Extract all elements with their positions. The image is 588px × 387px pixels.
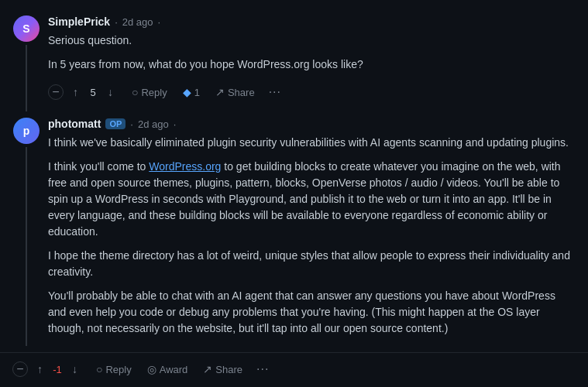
- reply-label-2: Reply: [105, 364, 131, 375]
- award-icon-2: ◎: [147, 363, 156, 375]
- upvote-icon-2: ↑: [37, 363, 43, 375]
- avatar-simpleprick: S: [13, 15, 40, 42]
- dot-sep-2: ·: [130, 118, 133, 130]
- comment-2: p photomatt OP · 2d ago · I think we've …: [0, 111, 588, 352]
- more-button-2[interactable]: ···: [252, 359, 273, 379]
- vote-section-1: ↑ 5 ↓: [67, 83, 119, 101]
- share-icon-1: ↗: [215, 86, 225, 98]
- comment-icon-2: ○: [96, 363, 102, 375]
- upvote-button-1[interactable]: ↑: [67, 83, 84, 101]
- reply-button-2[interactable]: ○ Reply: [90, 360, 138, 378]
- share-button-2[interactable]: ↗ Share: [197, 360, 249, 378]
- comment-2-para-3: You'll probably be able to chat with an …: [48, 288, 576, 337]
- comment-1-action-bar: − ↑ 5 ↓ ○ Reply ◆ 1: [48, 79, 576, 105]
- thread-line-2: [26, 147, 27, 346]
- comment-icon-1: ○: [132, 86, 138, 98]
- username-simpleprick: SimplePrick: [48, 15, 110, 28]
- diamond-button-1[interactable]: ◆ 1: [177, 83, 206, 101]
- share-icon-2: ↗: [203, 363, 212, 375]
- share-label-2: Share: [215, 364, 242, 375]
- comment-1-text: Serious question. In 5 years from now, w…: [48, 33, 576, 73]
- comment-2-para-2: I hope the theme directory has a lot of …: [48, 248, 576, 280]
- op-badge: OP: [105, 118, 126, 129]
- timestamp-1: 2d ago: [122, 16, 153, 28]
- share-button-1[interactable]: ↗ Share: [209, 83, 261, 101]
- username-photomatt: photomatt: [48, 118, 101, 130]
- dot-sep-1: ·: [115, 16, 118, 28]
- vote-section-2: ↑ -1 ↓: [31, 360, 84, 378]
- vote-count-2: -1: [52, 364, 63, 375]
- comment-1-para-0: Serious question.: [48, 33, 576, 49]
- award-button-2[interactable]: ◎ Award: [141, 360, 194, 378]
- downvote-icon-2: ↓: [72, 363, 77, 375]
- collapse-button-1[interactable]: −: [48, 84, 64, 100]
- comment-1-left-col: S: [12, 15, 40, 111]
- downvote-icon-1: ↓: [108, 86, 113, 98]
- comment-2-para-1: I think you'll come to WordPress.org to …: [48, 159, 576, 240]
- comment-2-action-bar: − ↑ -1 ↓ ○ Reply ◎ Award ↗ Share ···: [0, 352, 588, 385]
- downvote-button-1[interactable]: ↓: [101, 83, 119, 101]
- upvote-button-2[interactable]: ↑: [31, 360, 49, 378]
- comment-1-para-1: In 5 years from now, what do you hope Wo…: [48, 57, 576, 73]
- comment-2-para-0: I think we've basically eliminated plugi…: [48, 135, 576, 151]
- collapse-button-2[interactable]: −: [12, 361, 28, 377]
- reply-label-1: Reply: [141, 87, 167, 98]
- reply-button-1[interactable]: ○ Reply: [126, 83, 174, 101]
- timestamp-2: 2d ago: [138, 118, 169, 130]
- diamond-count-1: 1: [194, 87, 200, 98]
- wordpress-org-link[interactable]: WordPress.org: [149, 160, 221, 173]
- comment-1: S SimplePrick · 2d ago · Serious questio…: [0, 9, 588, 111]
- dot-after-1: ·: [158, 16, 161, 28]
- avatar-photomatt: p: [13, 118, 40, 144]
- comment-2-text: I think we've basically eliminated plugi…: [48, 135, 576, 337]
- comment-2-header: photomatt OP · 2d ago ·: [48, 118, 576, 130]
- award-label-2: Award: [160, 364, 188, 375]
- comment-1-body: SimplePrick · 2d ago · Serious question.…: [48, 15, 576, 111]
- diamond-icon-1: ◆: [183, 86, 191, 98]
- comment-2-body: photomatt OP · 2d ago · I think we've ba…: [48, 118, 576, 346]
- dot-after-2: ·: [174, 118, 177, 130]
- vote-count-1: 5: [88, 87, 98, 98]
- more-button-1[interactable]: ···: [264, 82, 286, 102]
- thread-container: S SimplePrick · 2d ago · Serious questio…: [0, 0, 588, 387]
- downvote-button-2[interactable]: ↓: [66, 360, 84, 378]
- upvote-icon-1: ↑: [73, 86, 78, 98]
- comment-1-header: SimplePrick · 2d ago ·: [48, 15, 576, 28]
- comment-2-left-col: p: [12, 118, 40, 346]
- thread-line-1: [26, 45, 27, 111]
- share-label-1: Share: [228, 87, 255, 98]
